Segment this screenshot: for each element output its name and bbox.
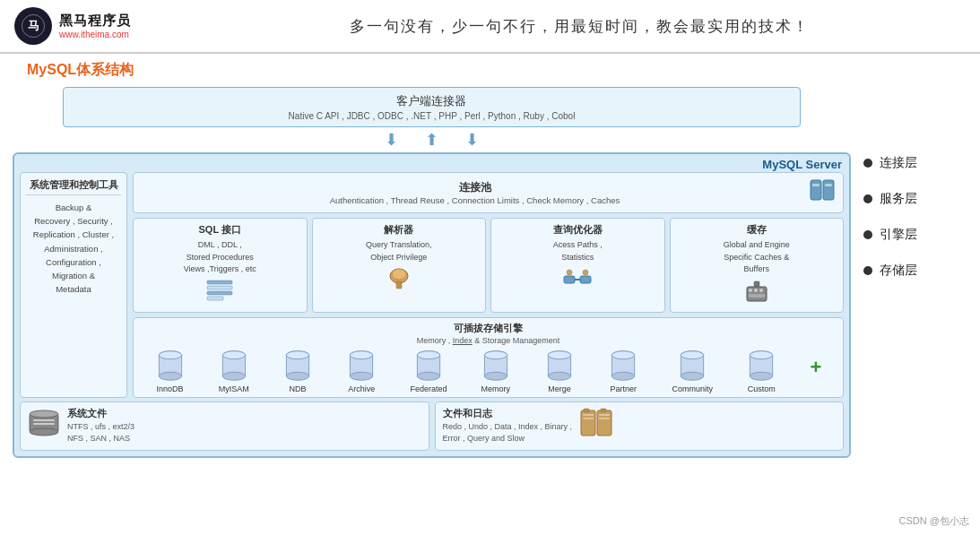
svg-rect-22: [749, 294, 765, 298]
svg-point-19: [749, 289, 752, 292]
svg-point-58: [681, 372, 704, 380]
svg-rect-9: [207, 297, 223, 300]
svg-point-59: [681, 350, 704, 358]
svg-rect-5: [825, 184, 832, 186]
svg-point-51: [548, 350, 570, 358]
sys-files-title: 系统文件: [67, 407, 134, 420]
engine-federated: Federated: [411, 349, 447, 393]
system-tools-content: Backup &Recovery , Security ,Replication…: [26, 201, 121, 296]
svg-point-55: [612, 350, 635, 358]
svg-point-66: [30, 428, 58, 436]
svg-point-46: [484, 372, 507, 380]
client-title: 客户端连接器: [73, 93, 791, 109]
merge-cylinder: [544, 349, 575, 383]
engine-innodb: InnoDB: [155, 349, 186, 393]
archive-cylinder: [346, 349, 377, 383]
conn-pool-icon: [809, 177, 836, 209]
svg-point-11: [392, 269, 406, 280]
engine-ndb: NDB: [282, 349, 313, 393]
svg-rect-13: [564, 276, 575, 283]
optimizer-content: Acess Paths ,Statistics: [495, 239, 661, 263]
files-logs-icon: [579, 407, 615, 444]
engine-merge: Merge: [544, 349, 575, 393]
engine-custom: Custom: [746, 349, 776, 393]
logo-icon: 马: [14, 7, 52, 45]
legend-service-layer: 服务层: [863, 191, 971, 207]
files-logs-box: 文件和日志 Redo , Undo , Data , Index , Binar…: [435, 401, 845, 451]
federated-label: Federated: [411, 384, 447, 393]
svg-point-43: [417, 350, 439, 358]
svg-point-20: [754, 289, 758, 292]
parser-title: 解析器: [317, 223, 482, 237]
svg-rect-14: [580, 276, 591, 283]
myisam-cylinder: [219, 349, 249, 383]
logo-text: 黑马程序员 www.itheima.com: [59, 13, 131, 39]
sql-interface-content: DML , DDL ,Stored ProceduresViews ,Trigg…: [137, 239, 303, 276]
partner-label: Partner: [611, 384, 637, 393]
legend-label-2: 服务层: [880, 191, 917, 207]
files-logs-title: 文件和日志: [443, 407, 573, 420]
svg-point-47: [484, 350, 507, 358]
custom-label: Custom: [748, 384, 776, 393]
engine-partner: Partner: [608, 349, 638, 393]
sys-files-content: 系统文件 NTFS , ufs , ext2/3NFS , SAN , NAS: [67, 407, 134, 445]
svg-point-42: [417, 372, 439, 380]
svg-rect-6: [207, 280, 232, 284]
optimizer-icon: [495, 267, 661, 295]
legend-label-3: 引擎层: [880, 227, 917, 243]
legend-connection-layer: 连接层: [863, 155, 971, 171]
ndb-label: NDB: [290, 384, 307, 393]
header-slogan: 多一句没有，少一句不行，用最短时间，教会最实用的技术！: [194, 16, 966, 37]
logo-url: www.itheima.com: [59, 30, 131, 39]
server-inner: 系统管理和控制工具 Backup &Recovery , Security ,R…: [20, 172, 844, 398]
right-section: 连接池 Authentication , Thread Reuse , Conn…: [133, 172, 844, 398]
cache-icon: [674, 280, 840, 307]
four-boxes-row: SQL 接口 DML , DDL ,Stored ProceduresViews…: [133, 218, 844, 313]
svg-text:马: 马: [28, 20, 39, 32]
legend-area: 连接层 服务层 引擎层 存储层: [863, 83, 971, 462]
merge-label: Merge: [548, 384, 571, 393]
legend-label-4: 存储层: [880, 263, 917, 279]
storage-engine-title: 可插拔存储引擎: [139, 322, 837, 335]
memory-label: Memory: [481, 384, 511, 393]
system-files-box: 系统文件 NTFS , ufs , ext2/3NFS , SAN , NAS: [20, 401, 429, 451]
community-label: Community: [672, 384, 714, 393]
connection-pool-box: 连接池 Authentication , Thread Reuse , Conn…: [133, 172, 844, 213]
arrow-up: ⬆: [425, 130, 438, 150]
svg-point-27: [159, 350, 181, 358]
sys-files-sub: NTFS , ufs , ext2/3NFS , SAN , NAS: [67, 421, 134, 445]
bottom-row: 系统文件 NTFS , ufs , ext2/3NFS , SAN , NAS …: [20, 401, 844, 451]
system-tools-title: 系统管理和控制工具: [26, 178, 121, 195]
svg-point-35: [286, 350, 308, 358]
svg-rect-3: [823, 180, 834, 200]
files-logs-sub: Redo , Undo , Data , Index , Binary ,Err…: [443, 421, 573, 445]
svg-point-62: [750, 372, 773, 380]
conn-pool-title: 连接池: [141, 180, 809, 195]
optimizer-title: 查询优化器: [495, 223, 661, 237]
svg-point-34: [286, 372, 308, 380]
svg-rect-4: [812, 184, 820, 186]
svg-point-31: [222, 350, 245, 358]
ndb-cylinder: [282, 349, 313, 383]
watermark: CSDN @包小志: [899, 514, 969, 528]
add-engine-button[interactable]: +: [811, 356, 822, 393]
svg-rect-72: [583, 418, 594, 419]
legend-label-1: 连接层: [880, 155, 917, 171]
svg-point-16: [567, 270, 572, 275]
mysql-server-label: MySQL Server: [762, 158, 842, 171]
svg-point-63: [750, 350, 773, 358]
arrow-down-2: ⬇: [465, 130, 479, 150]
client-connector-box: 客户端连接器 Native C API , JDBC , ODBC , .NET…: [63, 87, 801, 127]
optimizer-box: 查询优化器 Acess Paths ,Statistics: [490, 218, 665, 313]
header: 马 黑马程序员 www.itheima.com 多一句没有，少一句不行，用最短时…: [0, 0, 980, 54]
parser-icon: [317, 267, 482, 295]
sys-files-icon: [28, 407, 60, 444]
svg-rect-7: [207, 286, 232, 289]
svg-point-50: [548, 372, 570, 380]
sql-interface-box: SQL 接口 DML , DDL ,Stored ProceduresViews…: [133, 218, 308, 313]
engine-archive: Archive: [346, 349, 377, 393]
logo-area: 马 黑马程序员 www.itheima.com: [14, 7, 194, 45]
parser-content: Query Translation,Object Privilege: [317, 239, 482, 263]
arrows-row: ⬇ ⬆ ⬇: [13, 130, 851, 150]
cache-box: 缓存 Global and EngineSpecific Caches &Buf…: [670, 218, 845, 313]
